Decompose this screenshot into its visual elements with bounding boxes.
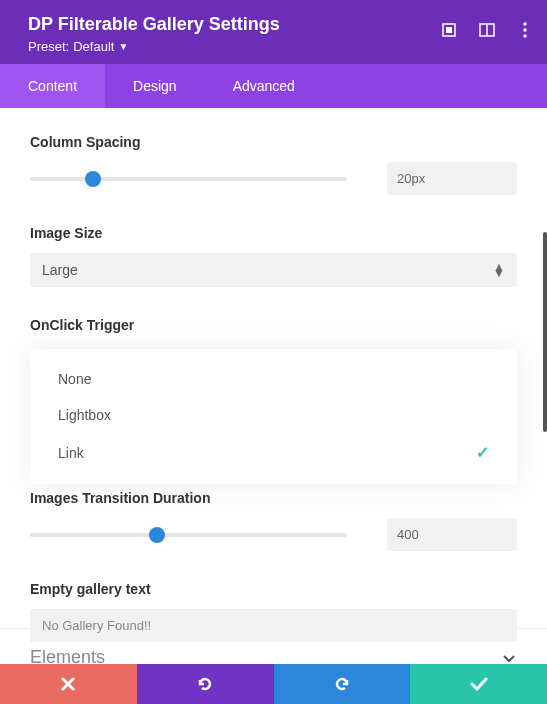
save-button[interactable] xyxy=(410,664,547,704)
transition-duration-label: Images Transition Duration xyxy=(30,490,517,506)
empty-text-label: Empty gallery text xyxy=(30,581,517,597)
tabs: Content Design Advanced xyxy=(0,64,547,108)
option-lightbox[interactable]: Lightbox xyxy=(30,397,517,433)
redo-button[interactable] xyxy=(274,664,411,704)
responsive-icon[interactable] xyxy=(441,22,457,38)
svg-rect-1 xyxy=(446,27,452,33)
transition-duration-control: 400 xyxy=(30,518,517,551)
preset-selector[interactable]: Preset: Default ▼ xyxy=(28,39,519,54)
tab-advanced[interactable]: Advanced xyxy=(205,64,323,108)
preset-value: Default xyxy=(73,39,114,54)
image-size-label: Image Size xyxy=(30,225,517,241)
header-actions xyxy=(441,22,533,38)
scrollbar-thumb[interactable] xyxy=(543,232,547,432)
column-spacing-value[interactable]: 20px xyxy=(387,162,517,195)
option-none[interactable]: None xyxy=(30,361,517,397)
tab-design[interactable]: Design xyxy=(105,64,205,108)
column-spacing-slider[interactable] xyxy=(30,177,347,181)
column-spacing-control: 20px xyxy=(30,162,517,195)
svg-point-4 xyxy=(523,22,526,25)
check-icon: ✓ xyxy=(476,443,489,462)
option-label: None xyxy=(58,371,91,387)
cancel-button[interactable] xyxy=(0,664,137,704)
tab-content[interactable]: Content xyxy=(0,64,105,108)
onclick-trigger-label: OnClick Trigger xyxy=(30,317,517,333)
option-link[interactable]: Link ✓ xyxy=(30,433,517,472)
caret-down-icon: ▼ xyxy=(118,41,128,52)
option-label: Link xyxy=(58,445,84,461)
transition-duration-slider[interactable] xyxy=(30,533,347,537)
settings-header: DP Filterable Gallery Settings Preset: D… xyxy=(0,0,547,64)
image-size-select[interactable]: Large ▲▼ xyxy=(30,253,517,287)
panel-icon[interactable] xyxy=(479,22,495,38)
onclick-trigger-dropdown: None Lightbox Link ✓ xyxy=(30,349,517,484)
slider-thumb[interactable] xyxy=(149,527,165,543)
transition-duration-value[interactable]: 400 xyxy=(387,518,517,551)
select-arrows-icon: ▲▼ xyxy=(493,264,505,276)
content-panel: Column Spacing 20px Image Size Large ▲▼ … xyxy=(0,108,547,628)
undo-button[interactable] xyxy=(137,664,274,704)
column-spacing-label: Column Spacing xyxy=(30,134,517,150)
preset-label: Preset: xyxy=(28,39,69,54)
svg-point-5 xyxy=(523,28,526,31)
image-size-value: Large xyxy=(42,262,78,278)
footer-actions xyxy=(0,664,547,704)
option-label: Lightbox xyxy=(58,407,111,423)
slider-thumb[interactable] xyxy=(85,171,101,187)
svg-point-6 xyxy=(523,34,526,37)
empty-text-input[interactable]: No Gallery Found!! xyxy=(30,609,517,642)
more-icon[interactable] xyxy=(517,22,533,38)
